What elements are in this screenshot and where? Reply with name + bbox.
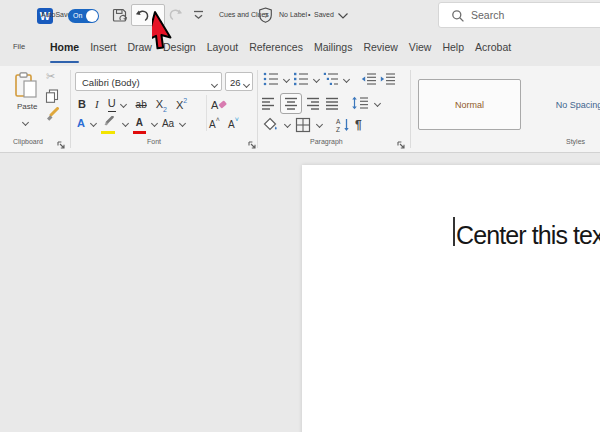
tab-draw[interactable]: Draw (127, 30, 152, 64)
decrease-indent-icon[interactable] (361, 72, 377, 86)
shading-chevron-icon[interactable] (283, 121, 291, 129)
tab-view[interactable]: View (409, 30, 432, 64)
sensitivity-shield-icon[interactable]: ? (258, 7, 273, 23)
grow-font-button[interactable]: A˄ (209, 114, 220, 132)
font-size-chevron-icon (242, 80, 250, 88)
sort-letter-z: Z (336, 126, 340, 133)
font-color-chevron-icon[interactable] (150, 119, 158, 127)
ribbon: Paste ✂ Clipboard Calibri (Body) 26 B I (0, 66, 600, 153)
copy-icon[interactable] (45, 89, 59, 103)
paragraph-dialog-launcher-icon[interactable] (396, 140, 406, 150)
search-box[interactable] (438, 2, 600, 28)
save-icon[interactable] (111, 7, 128, 24)
borders-chevron-icon[interactable] (315, 121, 323, 129)
document-page[interactable]: Center this text (302, 165, 600, 432)
undo-icon (135, 8, 150, 23)
cut-icon[interactable]: ✂ (46, 70, 55, 83)
tab-references[interactable]: References (249, 30, 303, 64)
paste-dropdown-chevron-icon[interactable] (21, 119, 29, 127)
tab-design[interactable]: Design (163, 30, 196, 64)
style-no-spacing-label: No Spacing (556, 100, 600, 110)
clipboard-dialog-launcher-icon[interactable] (56, 140, 66, 150)
ribbon-tabs: Home Insert Draw Design Layout Reference… (50, 30, 511, 64)
text-effects-chevron-icon[interactable] (89, 119, 97, 127)
subscript-button[interactable]: X2 (156, 94, 167, 113)
autosave-toggle[interactable]: On (68, 9, 99, 23)
sort-icon[interactable]: A Z (335, 117, 351, 133)
tab-acrobat[interactable]: Acrobat (475, 30, 511, 64)
highlight-button[interactable] (101, 112, 117, 134)
search-input[interactable] (469, 6, 589, 24)
redo-icon[interactable] (168, 7, 183, 22)
search-icon (451, 9, 465, 23)
save-status-label[interactable]: Saved (314, 11, 334, 18)
tab-help[interactable]: Help (442, 30, 464, 64)
highlight-chevron-icon[interactable] (121, 119, 129, 127)
tab-home[interactable]: Home (50, 30, 79, 64)
bold-button[interactable]: B (78, 97, 86, 112)
show-hide-pilcrow-button[interactable]: ¶ (355, 118, 362, 132)
shading-icon[interactable] (262, 117, 279, 133)
multilevel-chevron-icon[interactable] (342, 75, 350, 83)
style-normal[interactable]: Normal (418, 79, 521, 130)
multilevel-list-icon[interactable] (323, 72, 339, 86)
format-painter-icon[interactable] (45, 107, 60, 122)
increase-indent-icon[interactable] (380, 72, 396, 86)
tab-file[interactable]: File (13, 30, 25, 64)
font-color-bar (133, 131, 146, 135)
numbering-icon[interactable] (293, 72, 309, 86)
strikethrough-button[interactable]: ab (136, 97, 147, 112)
font-size-value: 26 (230, 77, 241, 88)
align-right-icon[interactable] (306, 97, 321, 110)
superscript-button[interactable]: X2 (176, 95, 187, 113)
text-effects-button[interactable]: A (77, 116, 85, 131)
change-case-button[interactable]: Aa (162, 116, 174, 131)
borders-icon[interactable] (295, 117, 311, 133)
tab-mailings[interactable]: Mailings (314, 30, 353, 64)
group-separator (410, 70, 411, 148)
line-spacing-chevron-icon[interactable] (373, 99, 381, 107)
group-separator (70, 70, 71, 148)
sensitivity-label[interactable]: No Label (279, 11, 307, 18)
bullets-icon[interactable] (263, 72, 279, 86)
font-dialog-launcher-icon[interactable] (247, 140, 257, 150)
shrink-font-button[interactable]: A˅ (228, 114, 239, 132)
paste-label[interactable]: Paste (17, 102, 37, 111)
style-no-spacing[interactable]: No Spacing (524, 79, 600, 130)
grow-font-letter: A (209, 119, 216, 130)
highlight-color-bar (101, 131, 115, 135)
change-case-chevron-icon[interactable] (178, 119, 186, 127)
undo-dropdown-chevron-icon[interactable] (154, 18, 162, 26)
font-name-chevron-icon (210, 80, 218, 88)
font-name-combo[interactable]: Calibri (Body) (75, 72, 222, 91)
align-center-button-selected[interactable] (280, 93, 302, 114)
save-status-chevron-icon[interactable] (337, 12, 349, 20)
tab-insert[interactable]: Insert (90, 30, 116, 64)
italic-button[interactable]: I (95, 97, 99, 112)
font-color-button[interactable]: A (133, 112, 146, 134)
line-spacing-icon[interactable] (351, 96, 369, 110)
group-separator (257, 70, 258, 148)
subscript-mark: 2 (163, 107, 167, 114)
clear-formatting-letter: A (211, 99, 218, 111)
quick-access-overflow-icon[interactable] (192, 9, 205, 21)
font-size-combo[interactable]: 26 (225, 72, 253, 91)
highlighter-icon (101, 116, 115, 126)
bullets-chevron-icon[interactable] (282, 75, 290, 83)
text-caret (453, 217, 455, 246)
tab-review[interactable]: Review (363, 30, 397, 64)
clear-formatting-button[interactable]: A (211, 95, 218, 113)
justify-icon[interactable] (325, 97, 340, 110)
align-left-icon[interactable] (261, 97, 276, 110)
document-text[interactable]: Center this text (456, 221, 600, 250)
tab-layout[interactable]: Layout (207, 30, 239, 64)
font-name-value: Calibri (Body) (82, 77, 140, 88)
font-inner-separator (206, 95, 207, 131)
underline-button[interactable]: U (108, 96, 116, 112)
undo-button[interactable] (131, 4, 165, 26)
underline-chevron-icon[interactable] (119, 100, 127, 108)
eraser-icon (218, 100, 226, 108)
ribbon-tabs-row: File Home Insert Draw Design Layout Refe… (0, 30, 600, 66)
numbering-chevron-icon[interactable] (312, 75, 320, 83)
paste-icon[interactable] (14, 72, 39, 100)
